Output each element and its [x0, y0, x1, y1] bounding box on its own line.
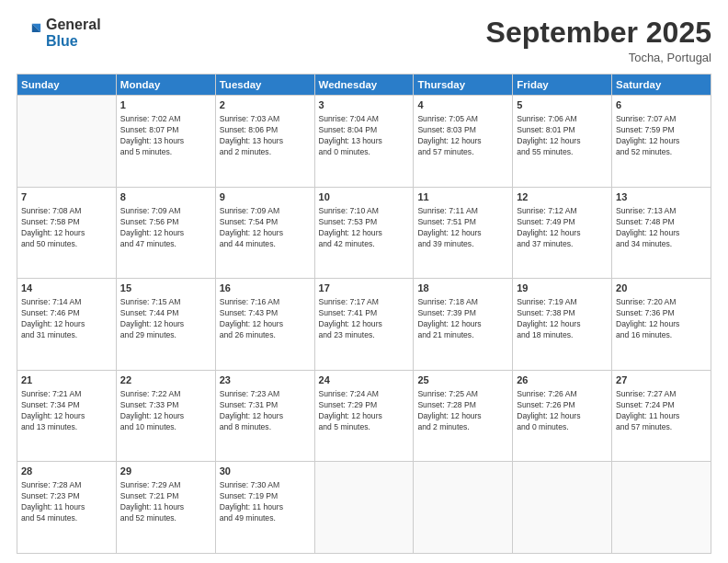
day-content: Sunrise: 7:10 AM Sunset: 7:53 PM Dayligh… [319, 205, 410, 249]
day-content: Sunrise: 7:04 AM Sunset: 8:04 PM Dayligh… [319, 113, 410, 157]
month-title: September 2025 [486, 17, 711, 49]
calendar-cell: 30Sunrise: 7:30 AM Sunset: 7:19 PM Dayli… [215, 462, 314, 554]
day-content: Sunrise: 7:07 AM Sunset: 7:59 PM Dayligh… [616, 113, 707, 157]
day-number: 20 [616, 282, 707, 295]
day-content: Sunrise: 7:28 AM Sunset: 7:23 PM Dayligh… [21, 479, 112, 523]
day-number: 3 [319, 98, 410, 112]
calendar-cell: 15Sunrise: 7:15 AM Sunset: 7:44 PM Dayli… [116, 279, 215, 371]
day-header-saturday: Saturday [612, 75, 711, 96]
day-content: Sunrise: 7:08 AM Sunset: 7:58 PM Dayligh… [21, 205, 112, 249]
day-number: 10 [319, 190, 410, 204]
calendar-cell: 24Sunrise: 7:24 AM Sunset: 7:29 PM Dayli… [314, 370, 414, 462]
calendar-cell: 5Sunrise: 7:06 AM Sunset: 8:01 PM Daylig… [513, 96, 612, 188]
calendar-cell: 1Sunrise: 7:02 AM Sunset: 8:07 PM Daylig… [116, 96, 215, 188]
calendar-cell [314, 462, 414, 554]
day-content: Sunrise: 7:27 AM Sunset: 7:24 PM Dayligh… [616, 388, 707, 432]
day-number: 27 [616, 373, 707, 387]
calendar-page: General Blue September 2025 Tocha, Portu… [0, 0, 728, 563]
day-header-tuesday: Tuesday [215, 75, 314, 96]
calendar-cell: 27Sunrise: 7:27 AM Sunset: 7:24 PM Dayli… [612, 370, 711, 462]
day-number: 8 [120, 190, 211, 204]
calendar-cell: 2Sunrise: 7:03 AM Sunset: 8:06 PM Daylig… [215, 96, 314, 188]
location-subtitle: Tocha, Portugal [486, 51, 711, 64]
calendar-cell: 29Sunrise: 7:29 AM Sunset: 7:21 PM Dayli… [116, 462, 215, 554]
calendar-cell: 7Sunrise: 7:08 AM Sunset: 7:58 PM Daylig… [17, 187, 117, 279]
calendar-cell: 20Sunrise: 7:20 AM Sunset: 7:36 PM Dayli… [612, 279, 711, 371]
day-number: 6 [616, 98, 707, 112]
calendar-cell: 28Sunrise: 7:28 AM Sunset: 7:23 PM Dayli… [17, 462, 117, 554]
day-content: Sunrise: 7:24 AM Sunset: 7:29 PM Dayligh… [319, 388, 410, 432]
calendar-cell: 22Sunrise: 7:22 AM Sunset: 7:33 PM Dayli… [116, 370, 215, 462]
day-content: Sunrise: 7:05 AM Sunset: 8:03 PM Dayligh… [417, 113, 508, 157]
day-content: Sunrise: 7:02 AM Sunset: 8:07 PM Dayligh… [120, 113, 211, 157]
day-content: Sunrise: 7:18 AM Sunset: 7:39 PM Dayligh… [417, 296, 508, 340]
day-content: Sunrise: 7:22 AM Sunset: 7:33 PM Dayligh… [120, 388, 211, 432]
day-number: 9 [220, 190, 311, 204]
week-row-3: 14Sunrise: 7:14 AM Sunset: 7:46 PM Dayli… [17, 279, 711, 371]
day-number: 4 [417, 98, 508, 112]
day-content: Sunrise: 7:25 AM Sunset: 7:28 PM Dayligh… [417, 388, 508, 432]
day-content: Sunrise: 7:23 AM Sunset: 7:31 PM Dayligh… [220, 388, 311, 432]
day-number: 11 [417, 190, 508, 204]
day-content: Sunrise: 7:16 AM Sunset: 7:43 PM Dayligh… [220, 296, 311, 340]
day-number: 13 [616, 190, 707, 204]
day-number: 28 [21, 465, 112, 478]
day-header-wednesday: Wednesday [314, 75, 414, 96]
day-number: 25 [417, 373, 508, 387]
day-number: 18 [417, 282, 508, 295]
day-header-friday: Friday [513, 75, 612, 96]
day-number: 30 [220, 465, 311, 478]
calendar-table: SundayMondayTuesdayWednesdayThursdayFrid… [17, 74, 711, 554]
day-number: 12 [517, 190, 608, 204]
logo: General Blue [17, 17, 101, 49]
day-content: Sunrise: 7:14 AM Sunset: 7:46 PM Dayligh… [21, 296, 112, 340]
day-number: 21 [21, 373, 112, 387]
calendar-cell: 14Sunrise: 7:14 AM Sunset: 7:46 PM Dayli… [17, 279, 117, 371]
calendar-cell: 11Sunrise: 7:11 AM Sunset: 7:51 PM Dayli… [414, 187, 513, 279]
day-content: Sunrise: 7:13 AM Sunset: 7:48 PM Dayligh… [616, 205, 707, 249]
calendar-cell: 25Sunrise: 7:25 AM Sunset: 7:28 PM Dayli… [414, 370, 513, 462]
day-number: 26 [517, 373, 608, 387]
day-content: Sunrise: 7:26 AM Sunset: 7:26 PM Dayligh… [517, 388, 608, 432]
calendar-cell [414, 462, 513, 554]
day-content: Sunrise: 7:17 AM Sunset: 7:41 PM Dayligh… [319, 296, 410, 340]
header: General Blue September 2025 Tocha, Portu… [17, 17, 711, 64]
day-number: 24 [319, 373, 410, 387]
title-block: September 2025 Tocha, Portugal [486, 17, 711, 64]
calendar-cell: 17Sunrise: 7:17 AM Sunset: 7:41 PM Dayli… [314, 279, 414, 371]
day-number: 2 [220, 98, 311, 112]
day-number: 23 [220, 373, 311, 387]
calendar-cell: 10Sunrise: 7:10 AM Sunset: 7:53 PM Dayli… [314, 187, 414, 279]
calendar-cell: 16Sunrise: 7:16 AM Sunset: 7:43 PM Dayli… [215, 279, 314, 371]
day-number: 19 [517, 282, 608, 295]
day-header-thursday: Thursday [414, 75, 513, 96]
calendar-cell: 21Sunrise: 7:21 AM Sunset: 7:34 PM Dayli… [17, 370, 117, 462]
calendar-cell: 6Sunrise: 7:07 AM Sunset: 7:59 PM Daylig… [612, 96, 711, 188]
day-header-sunday: Sunday [17, 75, 117, 96]
day-number: 1 [120, 98, 211, 112]
day-number: 7 [21, 190, 112, 204]
calendar-cell: 12Sunrise: 7:12 AM Sunset: 7:49 PM Dayli… [513, 187, 612, 279]
week-row-4: 21Sunrise: 7:21 AM Sunset: 7:34 PM Dayli… [17, 370, 711, 462]
day-content: Sunrise: 7:19 AM Sunset: 7:38 PM Dayligh… [517, 296, 608, 340]
calendar-cell: 26Sunrise: 7:26 AM Sunset: 7:26 PM Dayli… [513, 370, 612, 462]
week-row-1: 1Sunrise: 7:02 AM Sunset: 8:07 PM Daylig… [17, 96, 711, 188]
calendar-cell: 13Sunrise: 7:13 AM Sunset: 7:48 PM Dayli… [612, 187, 711, 279]
day-content: Sunrise: 7:20 AM Sunset: 7:36 PM Dayligh… [616, 296, 707, 340]
day-content: Sunrise: 7:03 AM Sunset: 8:06 PM Dayligh… [220, 113, 311, 157]
calendar-cell [513, 462, 612, 554]
day-content: Sunrise: 7:11 AM Sunset: 7:51 PM Dayligh… [417, 205, 508, 249]
week-row-2: 7Sunrise: 7:08 AM Sunset: 7:58 PM Daylig… [17, 187, 711, 279]
logo-general-text: General [46, 17, 101, 33]
day-number: 14 [21, 282, 112, 295]
day-content: Sunrise: 7:30 AM Sunset: 7:19 PM Dayligh… [220, 479, 311, 523]
calendar-cell: 8Sunrise: 7:09 AM Sunset: 7:56 PM Daylig… [116, 187, 215, 279]
day-number: 5 [517, 98, 608, 112]
calendar-cell: 18Sunrise: 7:18 AM Sunset: 7:39 PM Dayli… [414, 279, 513, 371]
day-number: 16 [220, 282, 311, 295]
logo-blue-text: Blue [46, 33, 101, 50]
day-content: Sunrise: 7:12 AM Sunset: 7:49 PM Dayligh… [517, 205, 608, 249]
day-content: Sunrise: 7:15 AM Sunset: 7:44 PM Dayligh… [120, 296, 211, 340]
day-number: 22 [120, 373, 211, 387]
calendar-cell [612, 462, 711, 554]
